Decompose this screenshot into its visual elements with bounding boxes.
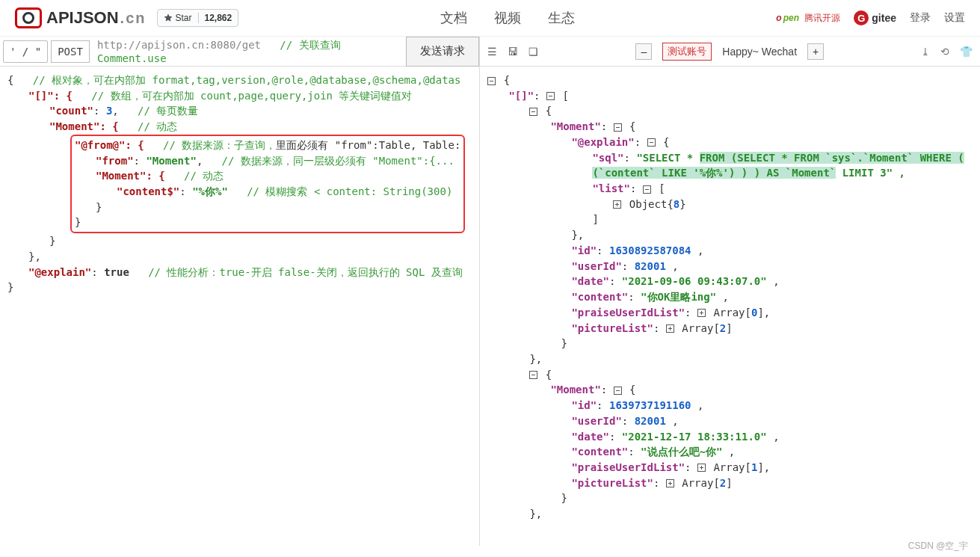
test-account-badge[interactable]: 测试账号 xyxy=(662,43,712,61)
app-header: APIJSON.cn Star 12,862 文档 视频 生态 open 腾讯开… xyxy=(0,0,980,37)
expand-icon[interactable] xyxy=(697,464,706,472)
logo-icon xyxy=(15,7,42,28)
expand-icon[interactable] xyxy=(666,324,674,333)
request-pane: ' / " POST http://apijson.cn:8080/get //… xyxy=(0,37,480,546)
collapse-icon[interactable] xyxy=(614,123,622,132)
url-input[interactable]: http://apijson.cn:8080/get // 关联查询 Comme… xyxy=(93,39,407,64)
settings-link[interactable]: 设置 xyxy=(944,11,965,25)
github-star-button[interactable]: Star 12,862 xyxy=(157,9,239,27)
expand-icon[interactable] xyxy=(697,309,706,317)
nav-video[interactable]: 视频 xyxy=(494,9,521,27)
login-link[interactable]: 登录 xyxy=(910,11,931,25)
layers-icon[interactable]: ❏ xyxy=(528,46,538,58)
expand-icon[interactable] xyxy=(613,200,621,209)
request-bar: ' / " POST http://apijson.cn:8080/get //… xyxy=(0,37,479,67)
share-icon[interactable]: ⟲ xyxy=(940,46,949,58)
quote-toggle[interactable]: ' / " xyxy=(3,40,48,63)
nav-center: 文档 视频 生态 xyxy=(238,9,776,27)
remove-account-button[interactable]: – xyxy=(635,43,652,60)
account-name[interactable]: Happy~ Wechat xyxy=(722,46,797,58)
collapse-icon[interactable] xyxy=(614,387,622,395)
collapse-icon[interactable] xyxy=(529,108,537,116)
gitee-badge[interactable]: Ggitee xyxy=(854,10,896,25)
send-button[interactable]: 发送请求 xyxy=(406,37,479,67)
brand-text: APIJSON xyxy=(46,8,119,28)
request-body-editor[interactable]: { // 根对象，可在内部加 format,tag,version,@role,… xyxy=(0,67,479,301)
collapse-icon[interactable] xyxy=(643,185,651,194)
watermark: CSDN @空_宇 xyxy=(908,540,968,546)
response-toolbar: ☰ 🖫 ❏ – 测试账号 Happy~ Wechat + ⤓ ⟲ 👕 xyxy=(480,37,980,67)
download-icon[interactable]: ⤓ xyxy=(921,46,930,58)
add-account-button[interactable]: + xyxy=(807,43,824,60)
response-viewer[interactable]: { "[]": [ { "Moment": { "@explain": { "s… xyxy=(480,67,980,528)
nav-docs[interactable]: 文档 xyxy=(440,9,467,27)
brand-logo[interactable]: APIJSON.cn xyxy=(15,7,147,28)
collapse-icon[interactable] xyxy=(487,77,496,85)
collapse-icon[interactable] xyxy=(647,138,656,147)
brand-suffix: .cn xyxy=(120,10,147,27)
list-icon[interactable]: ☰ xyxy=(487,46,497,58)
star-label[interactable]: Star xyxy=(158,13,199,23)
http-method[interactable]: POST xyxy=(51,40,90,63)
save-icon[interactable]: 🖫 xyxy=(508,46,518,58)
collapse-icon[interactable] xyxy=(529,371,537,379)
response-pane: ☰ 🖫 ❏ – 测试账号 Happy~ Wechat + ⤓ ⟲ 👕 { "[]… xyxy=(480,37,980,546)
header-right: open 腾讯开源 Ggitee 登录 设置 xyxy=(776,10,965,25)
star-count: 12,862 xyxy=(199,13,238,23)
tencent-open-badge[interactable]: open 腾讯开源 xyxy=(776,12,840,25)
nav-eco[interactable]: 生态 xyxy=(548,9,575,27)
main-split: ' / " POST http://apijson.cn:8080/get //… xyxy=(0,37,980,546)
collapse-icon[interactable] xyxy=(546,92,555,100)
highlighted-query-block: "@from@": { // 数据来源：子查询，里面必须有 "from":Tab… xyxy=(70,135,465,233)
tshirt-icon[interactable]: 👕 xyxy=(960,46,973,58)
expand-icon[interactable] xyxy=(666,479,674,487)
